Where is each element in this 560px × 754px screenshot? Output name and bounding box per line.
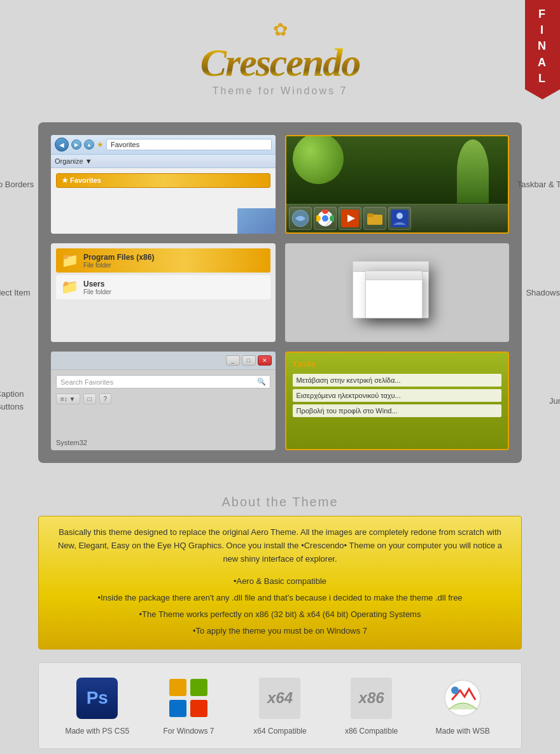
x64-text: x64	[267, 689, 293, 707]
wsb-icon-item: Made with WSB	[428, 676, 498, 736]
caption-preview: _ □ ✕ Search Favorites 🔍 ≡↕ ▼ □ ? System…	[51, 352, 276, 450]
shadows-label: Shadows & ShellStyle	[515, 286, 560, 299]
caption-search-bar: Search Favorites 🔍	[56, 375, 270, 388]
flower-icon: ✿	[0, 19, 560, 40]
leaf-1	[286, 136, 351, 191]
folder-icon-selected: 📁	[61, 252, 78, 269]
jumplist-item-3[interactable]: Προβολή του προφίλ στο Wind...	[293, 404, 502, 417]
desc-bullets: •Aero & Basic compatible •Inside the pac…	[52, 573, 508, 639]
shadows-preview	[285, 243, 510, 342]
up-button[interactable]: ▲	[84, 139, 94, 150]
x64-label: x64 Compatible	[253, 727, 306, 736]
taskbar-bar	[286, 204, 508, 232]
minimize-button[interactable]: _	[226, 355, 240, 366]
x64-icon: x64	[258, 676, 302, 720]
taskbar-preview	[285, 135, 510, 234]
start-button[interactable]	[289, 207, 312, 230]
maximize-button[interactable]: □	[242, 355, 256, 366]
taskbar-background	[286, 136, 508, 206]
user-button[interactable]	[388, 207, 411, 230]
svg-point-11	[396, 213, 403, 219]
svg-rect-9	[367, 213, 374, 217]
x86-text: x86	[359, 689, 384, 707]
x86-logo: x86	[351, 678, 392, 719]
header: ✿ Crescendo Theme for Windows 7	[0, 0, 560, 103]
caption-toolbar: ≡↕ ▼ □ ?	[56, 394, 270, 404]
wsb-logo	[442, 678, 484, 719]
folder-button[interactable]	[363, 207, 386, 230]
windows-label: For Windows 7	[163, 727, 214, 736]
about-title: About the Theme	[0, 482, 560, 516]
folder-icon-normal: 📁	[61, 279, 78, 295]
bottom-icons-row: Ps Made with PS CS5 For Windows 7 x64 x6…	[38, 662, 522, 749]
win-quad-3	[169, 700, 186, 717]
explorer-content: ★ Favorites	[51, 168, 276, 196]
favorites-item: ★ Favorites	[56, 173, 270, 188]
back-button[interactable]: ◀	[55, 138, 69, 152]
file-type-1: File folder	[83, 262, 154, 269]
caption-buttons-label: CaptionButtons	[0, 388, 41, 415]
file-item-selected[interactable]: 📁 Program Files (x86) File folder	[56, 248, 270, 273]
shadow-demo	[346, 255, 448, 331]
ps-logo: Ps	[76, 678, 118, 719]
toolbar-btn-3[interactable]: ?	[99, 394, 112, 404]
select-item-cell: Select Item 📁 Program Files (x86) File f…	[51, 243, 276, 342]
file-type-2: File folder	[83, 288, 111, 295]
search-placeholder: Search Favorites	[60, 378, 113, 386]
caption-footer: System32	[56, 439, 87, 446]
bullet-3: •The Theme works perfectly on x86 (32 bi…	[52, 606, 508, 623]
win-quad-2	[190, 679, 207, 696]
description-box: Basically this theme designed to replace…	[38, 516, 522, 650]
taskbar-label: Taskbar & Taskbar Buttons	[515, 178, 560, 191]
caption-buttons-cell: CaptionButtons _ □ ✕ Search Favorites 🔍 …	[51, 352, 276, 450]
logo-text: Crescendo	[0, 43, 560, 82]
jumplist-item-2[interactable]: Εισερχόμενα ηλεκτρονικού ταχυ...	[293, 389, 502, 402]
forward-button[interactable]: ▶	[71, 139, 81, 150]
file-item-normal[interactable]: 📁 Users File folder	[56, 275, 270, 299]
x64-logo: x64	[259, 678, 300, 719]
search-icon: 🔍	[257, 378, 266, 386]
subtitle: Theme for Windows 7	[0, 85, 560, 97]
bullet-1: •Aero & Basic compatible	[52, 573, 508, 590]
file-name-2: Users	[83, 280, 111, 288]
final-ribbon: F I N A L	[525, 0, 560, 99]
aero-borders-label: Aero Borders	[0, 178, 41, 191]
aero-borders-cell: Aero Borders ◀ ▶ ▲ ★ Favorites Organize …	[51, 135, 276, 234]
media-button[interactable]	[339, 207, 361, 230]
taskbar-cell: Taskbar & Taskbar Buttons	[285, 135, 510, 234]
showcase-container: Aero Borders ◀ ▶ ▲ ★ Favorites Organize …	[38, 122, 522, 463]
toolbar-btn-1[interactable]: ≡↕ ▼	[56, 394, 80, 404]
wsb-icon	[440, 676, 485, 720]
x86-icon: x86	[349, 676, 394, 720]
ps-icon: Ps	[75, 676, 120, 720]
explorer-toolbar: Organize ▼	[51, 155, 276, 168]
address-text: Favorites	[111, 141, 139, 148]
jumplist-item-1[interactable]: Μετάβαση στην κεντρική σελίδα...	[293, 374, 502, 387]
star-icon: ★	[97, 140, 104, 149]
windows-logo	[168, 678, 209, 719]
wsb-label: Made with WSB	[435, 727, 489, 736]
toolbar-btn-2[interactable]: □	[83, 394, 96, 404]
shadows-cell: Shadows & ShellStyle	[285, 243, 510, 342]
chrome-button[interactable]	[314, 207, 337, 230]
windows-icon-item: For Windows 7	[153, 676, 223, 736]
jumplists-preview: Tasks Μετάβαση στην κεντρική σελίδα... Ε…	[285, 352, 510, 450]
showcase-grid: Aero Borders ◀ ▶ ▲ ★ Favorites Organize …	[51, 135, 509, 450]
close-button[interactable]: ✕	[258, 355, 272, 366]
select-preview: 📁 Program Files (x86) File folder 📁 User…	[51, 243, 276, 342]
bullet-4: •To apply the theme you must be on Windo…	[52, 623, 508, 639]
blue-accent	[237, 208, 276, 234]
file-name-1: Program Files (x86)	[83, 253, 154, 262]
ps-icon-item: Ps Made with PS CS5	[62, 676, 132, 736]
bullet-2: •Inside the package there aren't any .dl…	[52, 590, 508, 606]
x64-icon-item: x64 x64 Compatible	[245, 676, 315, 736]
x86-icon-item: x86 x86 Compatible	[337, 676, 407, 736]
address-bar[interactable]: Favorites	[106, 139, 272, 150]
ps-label: Made with PS CS5	[65, 727, 129, 736]
select-item-label: Select Item	[0, 286, 41, 299]
waterfall	[457, 139, 489, 203]
caption-header: _ □ ✕	[51, 352, 276, 370]
showcase-wrapper: Aero Borders ◀ ▶ ▲ ★ Favorites Organize …	[0, 103, 560, 482]
windows-icon	[166, 676, 211, 720]
desc-main-text: Basically this theme designed to replace…	[52, 526, 508, 566]
